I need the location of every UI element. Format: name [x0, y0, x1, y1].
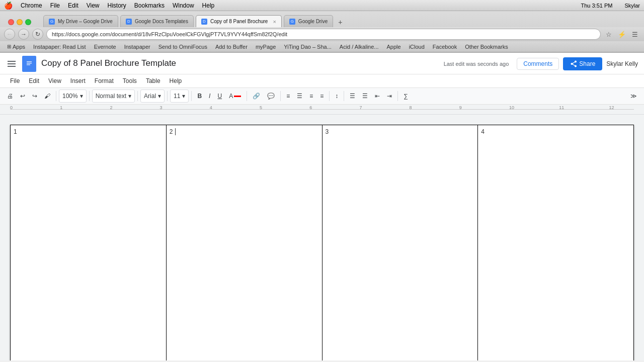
fontsize-chevron-icon: ▾ [182, 93, 185, 100]
undo-button[interactable]: ↩ [17, 89, 28, 103]
style-dropdown[interactable]: Normal text ▾ [92, 89, 135, 103]
chrome-menu-icon[interactable]: ☰ [630, 29, 640, 39]
mac-menu-bookmarks[interactable]: Bookmarks [134, 2, 165, 9]
comment-button[interactable]: 💬 [264, 89, 278, 103]
document-area[interactable]: 1 2 3 4 [0, 115, 644, 360]
bookmark-yiting-label: YiTing Dao – Sha... [284, 44, 332, 50]
menu-insert[interactable]: Insert [66, 75, 90, 86]
bookmark-star-icon[interactable]: ☆ [604, 29, 614, 39]
tab-close-button[interactable]: × [273, 19, 276, 25]
doc-title[interactable]: Copy of 8 Panel Brochure Template [41, 58, 439, 68]
bold-button[interactable]: B [194, 89, 205, 103]
fontsize-dropdown[interactable]: 11 ▾ [170, 89, 189, 103]
bookmark-other[interactable]: Other Bookmarks [462, 43, 511, 50]
tab-google-drive[interactable]: G Google Drive [284, 15, 333, 27]
tab-docs-templates[interactable]: D Google Docs Templates [120, 15, 194, 27]
bullets-button[interactable]: ☰ [347, 89, 358, 103]
close-window-button[interactable] [8, 19, 14, 25]
sidebar-menu-icon[interactable] [6, 58, 17, 69]
reload-button[interactable]: ↻ [32, 29, 43, 40]
tab-favicon-3: D [201, 19, 207, 25]
minimize-window-button[interactable] [17, 19, 23, 25]
line-spacing-button[interactable]: ↕ [332, 89, 341, 103]
docs-ui: Copy of 8 Panel Brochure Template Last e… [0, 53, 644, 360]
bookmark-buffer[interactable]: Add to Buffer [212, 43, 251, 50]
forward-button[interactable]: → [18, 29, 29, 40]
user-account[interactable]: Skylar Kelly [606, 60, 638, 67]
justify-button[interactable]: ≡ [317, 89, 327, 103]
address-bar[interactable]: https://docs.google.com/document/d/18vFR… [46, 29, 601, 40]
menu-help[interactable]: Help [166, 75, 186, 86]
text-color-button[interactable]: A [226, 89, 244, 103]
menu-edit[interactable]: Edit [25, 75, 43, 86]
bookmark-omnifocus[interactable]: Send to OmniFocus [155, 43, 210, 50]
menu-table[interactable]: Table [142, 75, 165, 86]
docs-toolbar: 🖨 ↩ ↪ 🖌 100% ▾ Normal text ▾ Arial ▾ 11 … [0, 88, 644, 105]
print-button[interactable]: 🖨 [4, 89, 16, 103]
align-left-button[interactable]: ≡ [283, 89, 293, 103]
comments-button[interactable]: Comments [517, 58, 559, 70]
svg-rect-2 [27, 63, 32, 64]
bookmark-apps-label: Apps [13, 44, 25, 50]
apple-menu[interactable]: 🍎 [4, 2, 13, 10]
font-dropdown[interactable]: Arial ▾ [140, 89, 165, 103]
numbered-list-button[interactable]: ☰ [359, 89, 371, 103]
bookmark-apps[interactable]: ⊞ Apps [4, 43, 28, 50]
text-color-bar [234, 96, 241, 97]
toolbar-separator-3 [137, 91, 138, 101]
bookmark-evernote[interactable]: Evernote [91, 43, 119, 50]
indent-more-button[interactable]: ⇥ [384, 89, 395, 103]
formula-button[interactable]: ∑ [400, 89, 411, 103]
italic-button[interactable]: I [206, 89, 213, 103]
menu-format[interactable]: Format [91, 75, 118, 86]
bookmark-icloud-label: iCloud [409, 44, 425, 50]
bookmark-acid[interactable]: Acid / Alkaline... [337, 43, 382, 50]
mac-menu-history[interactable]: History [108, 2, 126, 9]
mac-menu-view[interactable]: View [87, 2, 100, 9]
bookmark-instapaper[interactable]: Instapaper [121, 43, 153, 50]
bookmark-omnifocus-label: Send to OmniFocus [158, 44, 207, 50]
mac-menu-chrome[interactable]: Chrome [21, 2, 42, 9]
new-tab-button[interactable]: + [335, 17, 345, 27]
bookmark-apple[interactable]: Apple [384, 43, 404, 50]
align-right-button[interactable]: ≡ [306, 89, 316, 103]
mac-menu-help[interactable]: Help [202, 2, 215, 9]
menu-view[interactable]: View [44, 75, 65, 86]
bookmark-icloud[interactable]: iCloud [406, 43, 428, 50]
apps-icon: ⊞ [7, 44, 11, 49]
indent-less-button[interactable]: ⇤ [372, 89, 383, 103]
bookmark-mypage[interactable]: myPage [253, 43, 279, 50]
bookmark-instapaper-read[interactable]: Instapaper: Read List [30, 43, 89, 50]
mac-menu-file[interactable]: File [50, 2, 60, 9]
redo-button[interactable]: ↪ [29, 89, 40, 103]
docs-menubar: File Edit View Insert Format Tools Table… [0, 74, 644, 88]
back-button[interactable]: ← [4, 29, 15, 40]
bookmark-yiting[interactable]: YiTing Dao – Sha... [281, 43, 335, 50]
extensions-icon[interactable]: ⚡ [617, 29, 627, 39]
toolbar-separator-9 [344, 91, 344, 101]
zoom-dropdown[interactable]: 100% ▾ [59, 89, 87, 103]
underline-button[interactable]: U [214, 89, 225, 103]
mac-menu-edit[interactable]: Edit [68, 2, 78, 9]
align-center-button[interactable]: ☰ [294, 89, 305, 103]
tab-brochure-active[interactable]: D Copy of 8 Panel Brochure × [196, 15, 282, 27]
maximize-window-button[interactable] [25, 19, 31, 25]
table-cell-2[interactable]: 2 [166, 125, 322, 361]
table-cell-4[interactable]: 4 [478, 125, 634, 361]
collapse-toolbar-button[interactable]: ≫ [627, 89, 640, 103]
share-button[interactable]: Share [563, 57, 602, 70]
format-paint-button[interactable]: 🖌 [41, 89, 53, 103]
menu-tools[interactable]: Tools [119, 75, 141, 86]
mac-menu-window[interactable]: Window [173, 2, 194, 9]
text-cursor [175, 128, 176, 135]
table-cell-1[interactable]: 1 [11, 125, 167, 361]
url-text: https://docs.google.com/document/d/18vFR… [52, 31, 287, 37]
menu-file[interactable]: File [6, 75, 24, 86]
toolbar-separator-7 [280, 91, 281, 101]
tab-label-4: Google Drive [298, 19, 328, 24]
tab-favicon-4: G [289, 19, 295, 25]
table-cell-3[interactable]: 3 [322, 125, 478, 361]
bookmark-facebook[interactable]: Facebook [430, 43, 460, 50]
link-button[interactable]: 🔗 [250, 89, 263, 103]
tab-my-drive[interactable]: G My Drive – Google Drive [43, 15, 118, 27]
